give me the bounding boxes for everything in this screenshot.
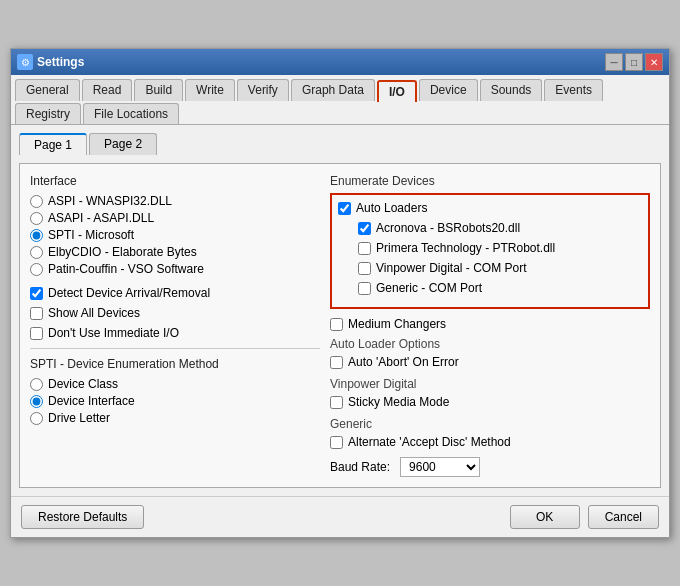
restore-defaults-button[interactable]: Restore Defaults (21, 505, 144, 529)
checkbox-vinpower[interactable]: Vinpower Digital - COM Port (358, 261, 642, 275)
maximize-button[interactable]: □ (625, 53, 643, 71)
tab-build[interactable]: Build (134, 79, 183, 101)
radio-drive-letter-input[interactable] (30, 412, 43, 425)
checkbox-sticky[interactable]: Sticky Media Mode (330, 395, 650, 409)
tab-verify[interactable]: Verify (237, 79, 289, 101)
checkbox-vinpower-label: Vinpower Digital - COM Port (376, 261, 527, 275)
checkbox-primera[interactable]: Primera Technology - PTRobot.dll (358, 241, 642, 255)
radio-asapi[interactable]: ASAPI - ASAPI.DLL (30, 211, 320, 225)
tab-bar: General Read Build Write Verify Graph Da… (11, 75, 669, 125)
tab-read[interactable]: Read (82, 79, 133, 101)
checkbox-generic-com-input[interactable] (358, 282, 371, 295)
sub-tab-page1[interactable]: Page 1 (19, 133, 87, 155)
checkbox-vinpower-input[interactable] (358, 262, 371, 275)
content-area: Page 1 Page 2 Interface ASPI - WNASPI32.… (11, 125, 669, 496)
checkbox-dont-use-immediate-input[interactable] (30, 327, 43, 340)
radio-device-interface-input[interactable] (30, 395, 43, 408)
checkbox-auto-abort-label: Auto 'Abort' On Error (348, 355, 459, 369)
checkbox-medium-changers[interactable]: Medium Changers (330, 317, 650, 331)
checkbox-alternate[interactable]: Alternate 'Accept Disc' Method (330, 435, 650, 449)
ok-button[interactable]: OK (510, 505, 580, 529)
generic-header: Generic (330, 417, 650, 431)
tab-events[interactable]: Events (544, 79, 603, 101)
close-button[interactable]: ✕ (645, 53, 663, 71)
radio-asapi-label: ASAPI - ASAPI.DLL (48, 211, 154, 225)
radio-patin-label: Patin-Couffin - VSO Software (48, 262, 204, 276)
sub-tab-page2[interactable]: Page 2 (89, 133, 157, 155)
checkbox-dont-use-immediate[interactable]: Don't Use Immediate I/O (30, 326, 320, 340)
title-bar-left: ⚙ Settings (17, 54, 84, 70)
radio-device-interface[interactable]: Device Interface (30, 394, 320, 408)
radio-device-class[interactable]: Device Class (30, 377, 320, 391)
radio-aspi-wnaspi[interactable]: ASPI - WNASPI32.DLL (30, 194, 320, 208)
radio-spti-label: SPTI - Microsoft (48, 228, 134, 242)
checkbox-show-all-devices-input[interactable] (30, 307, 43, 320)
ok-cancel-group: OK Cancel (510, 505, 659, 529)
radio-asapi-input[interactable] (30, 212, 43, 225)
minimize-button[interactable]: ─ (605, 53, 623, 71)
radio-elbyCDIO[interactable]: ElbyCDIO - Elaborate Bytes (30, 245, 320, 259)
radio-spti[interactable]: SPTI - Microsoft (30, 228, 320, 242)
checkbox-auto-loaders-input[interactable] (338, 202, 351, 215)
checkbox-auto-loaders[interactable]: Auto Loaders (338, 201, 642, 215)
cancel-button[interactable]: Cancel (588, 505, 659, 529)
tab-general[interactable]: General (15, 79, 80, 101)
spti-label: SPTI - Device Enumeration Method (30, 357, 320, 371)
radio-drive-letter-label: Drive Letter (48, 411, 110, 425)
checkbox-sticky-label: Sticky Media Mode (348, 395, 449, 409)
checkbox-acronova-label: Acronova - BSRobots20.dll (376, 221, 520, 235)
radio-aspi-wnaspi-input[interactable] (30, 195, 43, 208)
left-column: Interface ASPI - WNASPI32.DLL ASAPI - AS… (30, 174, 320, 477)
radio-patin-input[interactable] (30, 263, 43, 276)
checkbox-alternate-input[interactable] (330, 436, 343, 449)
window-icon: ⚙ (17, 54, 33, 70)
tab-registry[interactable]: Registry (15, 103, 81, 124)
tab-io[interactable]: I/O (377, 80, 417, 102)
divider (30, 348, 320, 349)
generic-block: Generic Alternate 'Accept Disc' Method (330, 417, 650, 449)
radio-patin[interactable]: Patin-Couffin - VSO Software (30, 262, 320, 276)
checkbox-detect-device-label: Detect Device Arrival/Removal (48, 286, 210, 300)
checkbox-generic-com-label: Generic - COM Port (376, 281, 482, 295)
checkbox-primera-input[interactable] (358, 242, 371, 255)
checkbox-medium-changers-label: Medium Changers (348, 317, 446, 331)
checkbox-sticky-input[interactable] (330, 396, 343, 409)
title-buttons: ─ □ ✕ (605, 53, 663, 71)
spti-radio-group: Device Class Device Interface Drive Lett… (30, 377, 320, 425)
window-title: Settings (37, 55, 84, 69)
checkbox-acronova-input[interactable] (358, 222, 371, 235)
checkbox-alternate-label: Alternate 'Accept Disc' Method (348, 435, 511, 449)
checkbox-show-all-devices[interactable]: Show All Devices (30, 306, 320, 320)
checkbox-detect-device[interactable]: Detect Device Arrival/Removal (30, 286, 320, 300)
auto-loader-options-block: Auto Loader Options Auto 'Abort' On Erro… (330, 337, 650, 369)
radio-drive-letter[interactable]: Drive Letter (30, 411, 320, 425)
right-column: Enumerate Devices Auto Loaders Acronova … (330, 174, 650, 477)
radio-device-class-label: Device Class (48, 377, 118, 391)
radio-spti-input[interactable] (30, 229, 43, 242)
enumerate-devices-label: Enumerate Devices (330, 174, 650, 188)
radio-elbyCDIO-label: ElbyCDIO - Elaborate Bytes (48, 245, 197, 259)
checkbox-detect-device-input[interactable] (30, 287, 43, 300)
tab-graph-data[interactable]: Graph Data (291, 79, 375, 101)
enumerate-devices-box: Auto Loaders Acronova - BSRobots20.dll P… (330, 193, 650, 309)
checkbox-auto-loaders-label: Auto Loaders (356, 201, 427, 215)
checkbox-medium-changers-input[interactable] (330, 318, 343, 331)
checkbox-dont-use-immediate-label: Don't Use Immediate I/O (48, 326, 179, 340)
baud-select[interactable]: 9600 19200 38400 57600 115200 (400, 457, 480, 477)
sub-tab-bar: Page 1 Page 2 (19, 133, 661, 155)
tab-sounds[interactable]: Sounds (480, 79, 543, 101)
tab-file-locations[interactable]: File Locations (83, 103, 179, 124)
checkbox-auto-abort[interactable]: Auto 'Abort' On Error (330, 355, 650, 369)
checkbox-acronova[interactable]: Acronova - BSRobots20.dll (358, 221, 642, 235)
checkbox-generic-com[interactable]: Generic - COM Port (358, 281, 642, 295)
tab-write[interactable]: Write (185, 79, 235, 101)
auto-loader-options-header: Auto Loader Options (330, 337, 650, 351)
checkbox-show-all-devices-label: Show All Devices (48, 306, 140, 320)
radio-aspi-wnaspi-label: ASPI - WNASPI32.DLL (48, 194, 172, 208)
checkbox-auto-abort-input[interactable] (330, 356, 343, 369)
checkbox-primera-label: Primera Technology - PTRobot.dll (376, 241, 555, 255)
radio-elbyCDIO-input[interactable] (30, 246, 43, 259)
vinpower-header: Vinpower Digital (330, 377, 650, 391)
tab-device[interactable]: Device (419, 79, 478, 101)
radio-device-class-input[interactable] (30, 378, 43, 391)
